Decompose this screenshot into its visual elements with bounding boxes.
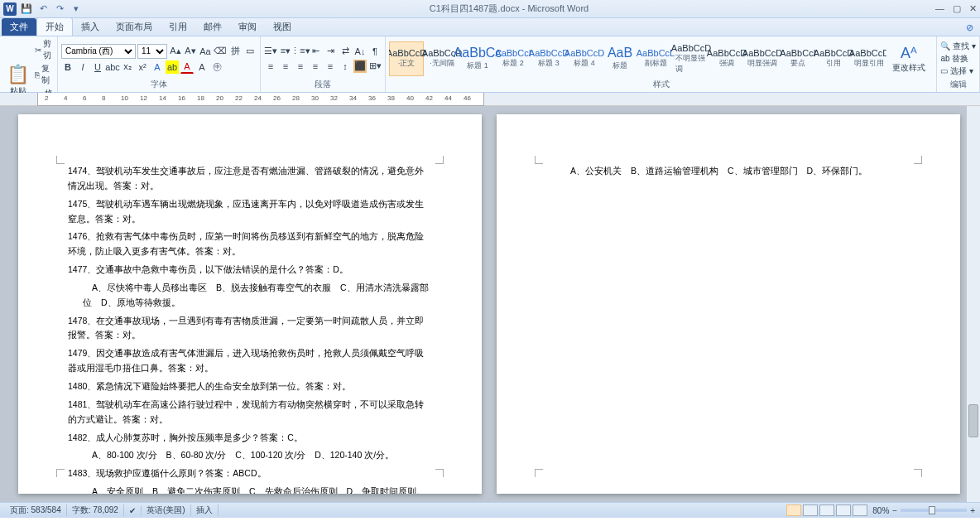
font-name-select[interactable]: Cambria (西) bbox=[61, 44, 136, 59]
style-gallery[interactable]: AaBbCcD·正文AaBbCcD·无间隔AaBbCc标题 1AaBbCcI标题… bbox=[389, 41, 886, 76]
align-left-icon[interactable]: ≡ bbox=[264, 60, 277, 73]
view-draft[interactable] bbox=[853, 504, 867, 516]
status-insert-mode[interactable]: 插入 bbox=[191, 504, 219, 516]
page-right[interactable]: A、公安机关 B、道路运输管理机构 C、城市管理部门 D、环保部门。 bbox=[497, 114, 960, 494]
style-item[interactable]: AaBbCcD强调 bbox=[709, 41, 744, 76]
tab-view[interactable]: 视图 bbox=[265, 18, 300, 36]
paragraph: 1482、成人心肺复苏时，胸外按压频率是多少？答案：C。 bbox=[68, 431, 432, 446]
paragraph: 1480、紧急情况下避险始终要把人的生命安全放到第一位。答案：对。 bbox=[68, 379, 432, 394]
enclose-char-icon[interactable]: ㊥ bbox=[210, 60, 223, 74]
view-print-layout[interactable] bbox=[786, 504, 801, 516]
zoom-level[interactable]: 80% bbox=[872, 506, 889, 515]
align-center-icon[interactable]: ≡ bbox=[279, 60, 292, 73]
style-item[interactable]: AaBbCcD标题 4 bbox=[567, 41, 602, 76]
style-item[interactable]: AaBbCcD·正文 bbox=[389, 41, 424, 76]
underline-button[interactable]: U bbox=[91, 60, 104, 74]
zoom-out-button[interactable]: − bbox=[892, 506, 897, 515]
italic-button[interactable]: I bbox=[76, 60, 89, 74]
style-item[interactable]: AaBbCcL副标题 bbox=[638, 41, 673, 76]
clear-format-icon[interactable]: ⌫ bbox=[214, 45, 227, 58]
change-styles-icon: Aᴬ bbox=[901, 44, 917, 62]
view-outline[interactable] bbox=[836, 504, 851, 516]
tab-layout[interactable]: 页面布局 bbox=[108, 18, 161, 36]
tab-review[interactable]: 审阅 bbox=[230, 18, 265, 36]
group-styles: AaBbCcD·正文AaBbCcD·无间隔AaBbCc标题 1AaBbCcI标题… bbox=[386, 36, 937, 92]
style-item[interactable]: AaBbCcI标题 2 bbox=[496, 41, 531, 76]
status-spellcheck-icon[interactable]: ✔ bbox=[124, 506, 142, 515]
style-item[interactable]: AaBbCcI要点 bbox=[781, 41, 815, 76]
sort-icon[interactable]: A↓ bbox=[353, 45, 367, 58]
select-button[interactable]: ▭ 选择 ▾ bbox=[940, 65, 976, 77]
close-button[interactable]: ✕ bbox=[969, 3, 977, 14]
replace-button[interactable]: ab 替换 bbox=[940, 53, 976, 65]
strike-button[interactable]: abc bbox=[106, 60, 119, 74]
highlight-icon[interactable]: ab bbox=[166, 60, 179, 74]
qat-customize-icon[interactable]: ▾ bbox=[70, 2, 83, 16]
status-language[interactable]: 英语(美国) bbox=[142, 504, 191, 516]
align-justify-icon[interactable]: ≡ bbox=[309, 60, 322, 73]
tab-references[interactable]: 引用 bbox=[161, 18, 195, 36]
view-fullscreen[interactable] bbox=[803, 504, 818, 516]
change-styles-button[interactable]: Aᴬ 更改样式 bbox=[889, 42, 929, 75]
line-spacing-icon[interactable]: ↕ bbox=[339, 60, 352, 73]
save-icon[interactable]: 💾 bbox=[20, 2, 33, 16]
bullets-icon[interactable]: ☰▾ bbox=[264, 45, 277, 58]
char-shading-icon[interactable]: A bbox=[195, 60, 209, 74]
shading-icon[interactable]: ⬛ bbox=[353, 60, 367, 73]
find-button[interactable]: 🔍 查找 ▾ bbox=[940, 41, 976, 52]
style-item[interactable]: AaBbCcD明显强调 bbox=[745, 41, 780, 76]
text-effects-icon[interactable]: A bbox=[151, 60, 164, 74]
document-area: 1474、驾驶机动车发生交通事故后，应注意是否有燃油泄漏、管路破裂的情况，避免意… bbox=[0, 106, 980, 502]
style-item[interactable]: AaBbCcD引用 bbox=[816, 41, 851, 76]
tab-file[interactable]: 文件 bbox=[2, 18, 36, 36]
indent-dec-icon[interactable]: ⇤ bbox=[309, 45, 322, 58]
superscript-button[interactable]: x² bbox=[136, 60, 149, 74]
paragraph: 1481、驾驶机动车在高速公路行驶过程中，发现前方有动物突然横穿时，不可以采取急… bbox=[68, 398, 432, 427]
tab-insert[interactable]: 插入 bbox=[73, 18, 108, 36]
bold-button[interactable]: B bbox=[61, 60, 74, 74]
font-size-select[interactable]: 11 bbox=[137, 44, 167, 59]
page-left[interactable]: 1474、驾驶机动车发生交通事故后，应注意是否有燃油泄漏、管路破裂的情况，避免意… bbox=[18, 114, 482, 494]
paragraph: 1478、在交通事故现场，一旦遇到有毒有害物质泄漏，一定要第一时间疏散人员，并立… bbox=[68, 314, 432, 344]
word-icon: W bbox=[3, 2, 17, 16]
tab-mailings[interactable]: 邮件 bbox=[195, 18, 230, 36]
status-words[interactable]: 字数: 78,092 bbox=[67, 504, 124, 516]
char-border-icon[interactable]: ▭ bbox=[243, 45, 257, 58]
borders-icon[interactable]: ⊞▾ bbox=[368, 60, 382, 73]
redo-icon[interactable]: ↷ bbox=[53, 2, 66, 16]
scrollbar-thumb[interactable] bbox=[968, 404, 978, 437]
view-web[interactable] bbox=[819, 504, 834, 516]
paragraph: 1479、因交通事故造成有害气体泄漏后，进入现场抢救伤员时，抢救人员须佩戴空气呼… bbox=[68, 346, 432, 376]
copy-button[interactable]: ⎘ 复制 bbox=[35, 63, 54, 86]
align-right-icon[interactable]: ≡ bbox=[294, 60, 307, 73]
show-marks-icon[interactable]: ¶ bbox=[368, 45, 382, 58]
subscript-button[interactable]: x₂ bbox=[121, 60, 134, 74]
undo-icon[interactable]: ↶ bbox=[36, 2, 50, 16]
tab-home[interactable]: 开始 bbox=[36, 17, 73, 36]
paragraph: 1483、现场救护应遵循什么原则？答案：ABCD。 bbox=[68, 466, 432, 481]
ribbon-help-icon[interactable]: ⊘ bbox=[961, 20, 978, 36]
phonetic-icon[interactable]: 拼 bbox=[228, 45, 242, 58]
maximize-button[interactable]: ▢ bbox=[953, 3, 961, 14]
horizontal-ruler[interactable]: 2468101214161820222426283032343638404244… bbox=[0, 93, 980, 106]
asian-layout-icon[interactable]: ⇄ bbox=[339, 45, 352, 58]
style-item[interactable]: AaBbCcD不明显强调 bbox=[674, 41, 709, 76]
zoom-slider[interactable] bbox=[901, 509, 967, 512]
style-item[interactable]: AaB标题 bbox=[603, 41, 637, 76]
align-distrib-icon[interactable]: ≡ bbox=[324, 60, 337, 73]
cut-button[interactable]: ✂ 剪切 bbox=[35, 38, 54, 61]
style-item[interactable]: AaBbCcD标题 3 bbox=[531, 41, 566, 76]
shrink-font-icon[interactable]: A▾ bbox=[184, 45, 197, 58]
indent-inc-icon[interactable]: ⇥ bbox=[324, 45, 337, 58]
vertical-scrollbar[interactable] bbox=[967, 106, 980, 502]
grow-font-icon[interactable]: A▴ bbox=[169, 45, 182, 58]
font-color-icon[interactable]: A bbox=[180, 60, 194, 74]
zoom-in-button[interactable]: + bbox=[970, 506, 975, 515]
multilevel-icon[interactable]: ⋮≡▾ bbox=[294, 45, 307, 58]
minimize-button[interactable]: — bbox=[935, 3, 944, 14]
change-case-icon[interactable]: Aa bbox=[199, 45, 212, 58]
style-item[interactable]: AaBbCcD明显引用 bbox=[852, 41, 886, 76]
group-editing: 🔍 查找 ▾ ab 替换 ▭ 选择 ▾ 编辑 bbox=[937, 36, 980, 92]
status-pages[interactable]: 页面: 583/584 bbox=[5, 504, 67, 516]
style-item[interactable]: AaBbCc标题 1 bbox=[460, 41, 495, 76]
